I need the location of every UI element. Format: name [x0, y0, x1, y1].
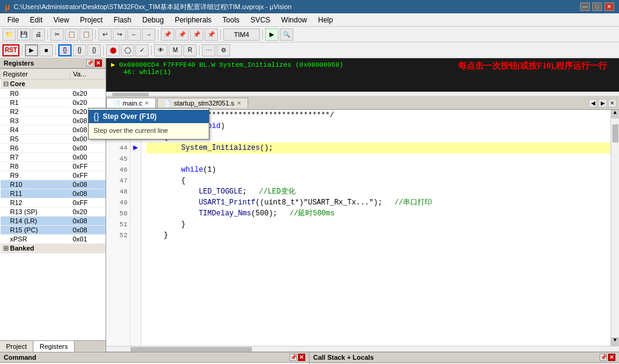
code-lines[interactable]: /*************************************/ …	[141, 110, 611, 346]
menu-item-file[interactable]: File	[2, 15, 24, 25]
scroll-thumb-v[interactable]	[612, 124, 618, 143]
step-out-button[interactable]: {}	[87, 44, 101, 56]
gutter-marker	[130, 175, 141, 186]
forward-button[interactable]: →	[142, 29, 155, 41]
code-line: }	[146, 219, 611, 230]
gutter-marker	[130, 186, 141, 197]
menu-item-view[interactable]: View	[49, 15, 74, 25]
search-button[interactable]: 🔍	[280, 29, 293, 41]
reg-value: 0x00	[70, 144, 106, 153]
main-toolbar: 📁 💾 🖨 ✂ 📋 📋 ↩ ↪ ← → 📌 📌 📌 📌 TIM4 ▶ 🔍	[0, 27, 619, 42]
main-tab-close[interactable]: ✕	[144, 100, 149, 106]
tab-scroll-left[interactable]: ◀	[589, 99, 597, 107]
close-button[interactable]: ✕	[604, 2, 614, 11]
code-line: }	[146, 230, 611, 241]
target-options[interactable]: TIM4	[223, 29, 260, 41]
stop-debug-button[interactable]: ■	[39, 44, 53, 56]
breakpoint-button[interactable]: ⬤	[106, 44, 120, 56]
toolbar-sep-4	[220, 30, 221, 39]
line-number: 50	[106, 208, 127, 219]
debug-sep-4	[151, 46, 152, 55]
reg-value: 0xFF	[70, 171, 106, 180]
paste-button[interactable]: 📋	[79, 29, 93, 41]
step-over-button[interactable]: {}	[58, 44, 72, 56]
menu-item-peripherals[interactable]: Peripherals	[170, 15, 217, 25]
logic-analyzer-button[interactable]: ⋯	[202, 44, 215, 56]
menu-item-tools[interactable]: Tools	[218, 15, 245, 25]
callstack-pin-btn[interactable]: 📌	[600, 354, 607, 361]
minimize-button[interactable]: —	[580, 2, 590, 11]
bookmark-btn1[interactable]: 📌	[161, 29, 174, 41]
disasm-scroll-thumb[interactable]	[112, 93, 149, 96]
bookmark-btn2[interactable]: 📌	[175, 29, 189, 41]
build-button[interactable]: ▶	[265, 29, 279, 41]
menu-item-flash[interactable]: Flash	[109, 15, 136, 25]
registers-tab[interactable]: Registers	[33, 341, 74, 352]
panel-close-button[interactable]: ✕	[95, 59, 102, 67]
bookmark-btn3[interactable]: 📌	[190, 29, 203, 41]
bookmark-btn4[interactable]: 📌	[205, 29, 218, 41]
register-view-button[interactable]: R	[183, 44, 197, 56]
menu-item-svcs[interactable]: SVCS	[246, 15, 276, 25]
watch-button[interactable]: 👁	[154, 44, 167, 56]
scroll-down-btn[interactable]: ▼	[611, 337, 619, 346]
code-hscrollbar[interactable]	[106, 346, 619, 352]
save-button[interactable]: 💾	[17, 29, 30, 41]
run-debug-button[interactable]: ▶	[25, 44, 38, 56]
tab-close-all[interactable]: ✕	[608, 99, 617, 107]
code-hscroll-thumb[interactable]	[130, 347, 252, 352]
maximize-button[interactable]: □	[592, 2, 602, 11]
copy-button[interactable]: 📋	[65, 29, 78, 41]
startup-tab-close[interactable]: ✕	[237, 100, 242, 106]
reg-value: 0xFF	[70, 162, 106, 171]
command-close-btn[interactable]: ✕	[298, 354, 305, 361]
line-number: 51	[106, 219, 127, 230]
reg-name: R5	[1, 135, 70, 144]
enable-bp-button[interactable]: ✓	[135, 44, 149, 56]
startup-tab-label: startup_stm32f051.s	[174, 99, 234, 107]
project-tab[interactable]: Project	[0, 341, 33, 352]
tab-scroll-right[interactable]: ▶	[598, 99, 607, 107]
rst-button[interactable]: RST	[2, 44, 19, 56]
scroll-up-btn[interactable]: ▲	[611, 110, 619, 118]
cut-button[interactable]: ✂	[50, 29, 64, 41]
reg-value: 0x20	[70, 207, 106, 217]
menu-item-project[interactable]: Project	[75, 15, 107, 25]
menu-item-debug[interactable]: Debug	[138, 15, 169, 25]
editor-tab-main[interactable]: 📄 main.c ✕	[106, 98, 156, 108]
back-button[interactable]: ←	[127, 29, 141, 41]
disasm-scrollbar[interactable]	[106, 92, 619, 96]
main-tab-label: main.c	[123, 99, 142, 107]
memory-button[interactable]: M	[169, 44, 182, 56]
editor-tab-startup[interactable]: 📄 startup_stm32f051.s ✕	[157, 98, 248, 108]
code-editor[interactable]: 414243444546474849505152 ▶ /************…	[106, 110, 619, 346]
step-into-button[interactable]: {}	[73, 44, 86, 56]
menu-item-edit[interactable]: Edit	[25, 15, 47, 25]
pin-button[interactable]: 📌	[86, 59, 93, 67]
callstack-close-btn[interactable]: ✕	[608, 354, 615, 361]
reg-name: R14 (LR)	[1, 217, 70, 226]
undo-button[interactable]: ↩	[98, 29, 112, 41]
code-line: int main(void)	[146, 121, 611, 132]
command-pin-btn[interactable]: 📌	[289, 354, 297, 361]
clear-bp-button[interactable]: ◯	[121, 44, 134, 56]
code-line	[146, 153, 611, 164]
tooltip-header: {} Step Over (F10)	[89, 110, 209, 123]
perf-analyzer-button[interactable]: ⚙	[217, 44, 230, 56]
code-comment: //LED变化	[259, 186, 296, 197]
reg-value: 0xFF	[70, 198, 106, 207]
new-button[interactable]: 📁	[2, 29, 16, 41]
toolbar-sep-5	[262, 30, 263, 39]
print-button[interactable]: 🖨	[32, 29, 45, 41]
menu-item-window[interactable]: Window	[276, 15, 312, 25]
menu-item-help[interactable]: Help	[313, 15, 338, 25]
register-row: R7 0x00	[1, 153, 106, 162]
toolbar-sep-1	[47, 30, 48, 39]
code-vscrollbar[interactable]: ▲ ▼	[611, 110, 619, 346]
window-title: C:\Users\Administrator\Desktop\STM32F0xx…	[14, 2, 292, 12]
left-panel-tabs: Project Registers	[0, 340, 106, 352]
redo-button[interactable]: ↪	[113, 29, 126, 41]
debug-output: ▶ 0x08000CD4 F7FFFE40 BL.W System_Initia…	[106, 58, 619, 92]
gutter-marker	[130, 164, 141, 175]
callstack-title: Call Stack + Locals	[313, 354, 374, 361]
